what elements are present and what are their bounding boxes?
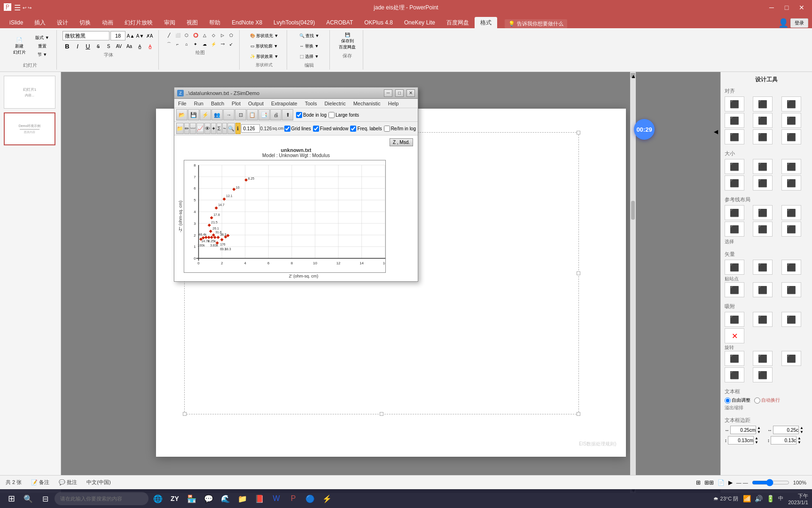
tab-onekey[interactable]: OneKey Lite (398, 17, 441, 28)
taskbar-app-pdf[interactable]: 📕 (252, 491, 267, 506)
fixed-window-checkbox[interactable] (313, 126, 319, 132)
freq-labels-checkbox[interactable] (350, 126, 356, 132)
tab-animations[interactable]: 动画 (96, 17, 119, 28)
handle-br[interactable] (577, 412, 580, 416)
margin-right-input[interactable] (773, 426, 799, 434)
refline-icon-2[interactable]: ⬛ (753, 205, 773, 220)
tab-acrobat[interactable]: ACROBAT (320, 17, 359, 28)
shape-btn-14[interactable]: ⚡ (209, 40, 218, 48)
align-center-v-icon[interactable]: ⬛ (753, 113, 773, 128)
rotate-icon-3[interactable]: ⬛ (781, 351, 801, 366)
taskbar-app-word[interactable]: W (269, 491, 284, 506)
zsim-menu-batch[interactable]: Batch (207, 100, 228, 107)
shape-btn-11[interactable]: ⌂ (182, 40, 191, 48)
auto-adjust-radio[interactable] (725, 397, 731, 404)
highlight-button[interactable]: A̲ (135, 41, 144, 51)
slide-thumbnail-1[interactable]: 幻灯片1 内容... (4, 76, 55, 109)
zsim-sigma-btn[interactable]: Σ (217, 123, 222, 134)
reading-view-button[interactable]: 📄 (718, 479, 725, 486)
zoom-slider[interactable] (752, 479, 789, 486)
tab-okplus[interactable]: OKPlus 4.8 (359, 17, 398, 28)
zsim-fit-btn[interactable]: ⚡ (200, 109, 211, 120)
shape-outline-button[interactable]: ▭ 形状轮廓 ▼ (245, 41, 283, 51)
tab-transitions[interactable]: 切换 (74, 17, 96, 28)
start-button[interactable]: ⊞ (4, 491, 19, 506)
taskbar-app-explorer[interactable]: 🌐 (150, 491, 165, 506)
zsim-copy-btn[interactable]: 📑 (258, 109, 270, 120)
section-button[interactable]: 节 ▼ (32, 50, 53, 59)
slideshow-button[interactable]: ▶ (728, 479, 733, 486)
zsim-bode-btn[interactable]: 📈 (196, 123, 204, 134)
shape-btn-7[interactable]: ▷ (218, 31, 226, 40)
shape-btn-12[interactable]: ✦ (191, 40, 200, 48)
shape-btn-15[interactable]: 🡒 (218, 40, 226, 48)
clear-format-button[interactable]: ✗A (145, 32, 154, 40)
taskview-button[interactable]: ⊟ (38, 491, 53, 506)
shape-btn-13[interactable]: ☁ (200, 40, 209, 48)
zsim-star-btn[interactable]: ✦ (211, 123, 216, 134)
zsim-info-btn[interactable]: ℹ (235, 123, 241, 134)
font-size-input[interactable] (110, 31, 125, 40)
login-button[interactable]: 登录 (790, 18, 808, 28)
bode-in-log-checkbox[interactable] (296, 112, 302, 118)
taskbar-clock[interactable]: 下午 2023/1/1 (788, 492, 808, 505)
tab-islide[interactable]: iSlide (4, 17, 29, 28)
tab-view[interactable]: 视图 (181, 17, 203, 28)
select-icon-3[interactable]: ⬛ (781, 222, 801, 237)
rotate-icon-1[interactable]: ⬛ (725, 351, 744, 366)
size-icon-4[interactable]: ⬛ (725, 175, 744, 190)
margin-top-input[interactable] (728, 436, 754, 444)
margin-top-spinner[interactable]: ▲▼ (755, 436, 758, 444)
pastesite-icon-1[interactable]: ⬛ (725, 282, 744, 297)
zsim-maximize-button[interactable]: □ (395, 89, 404, 97)
absorb-icon-2[interactable]: ⬛ (753, 312, 773, 327)
taskbar-app-zsim[interactable]: ⚡ (320, 491, 335, 506)
network-icon[interactable]: 📶 (742, 495, 752, 502)
notes-icon[interactable]: 📝 备注 (31, 479, 49, 486)
tab-review[interactable]: 审阅 (158, 17, 181, 28)
align-bottom-icon[interactable]: ⬛ (781, 113, 801, 128)
vector-icon-3[interactable]: ⬛ (781, 260, 801, 275)
tab-format[interactable]: 格式 (475, 17, 497, 28)
zsim-menu-dielectric[interactable]: Dielectric (320, 100, 349, 107)
vertical-scrollbar[interactable]: ▲ ▼ (630, 72, 636, 493)
zsim-arrow-btn[interactable]: → (223, 109, 234, 120)
size-icon-1[interactable]: ⬛ (725, 159, 744, 174)
absorb-icon-3[interactable]: ⬛ (781, 312, 801, 327)
zsim-batch-btn[interactable]: 👥 (211, 109, 223, 120)
distribute-v-icon[interactable]: ⬛ (753, 129, 773, 144)
zsim-save-btn[interactable]: 💾 (188, 109, 199, 120)
select-icon-1[interactable]: ⬛ (725, 222, 744, 237)
close-button[interactable]: ✕ (795, 3, 808, 12)
reset-button[interactable]: 重置 (32, 42, 53, 50)
taskbar-app-edge[interactable]: 🌊 (218, 491, 233, 506)
auto-expand-radio[interactable] (754, 397, 760, 404)
zsim-menu-extrapolate[interactable]: Extrapolate (267, 100, 301, 107)
shape-btn-9[interactable]: ⌒ (164, 40, 173, 48)
tab-design[interactable]: 设计 (51, 17, 74, 28)
margin-right-spinner[interactable]: ▲▼ (800, 426, 804, 434)
handle-mr[interactable] (577, 271, 580, 275)
italic-button[interactable]: I (73, 41, 82, 51)
zsim-open-btn[interactable]: 📂 (176, 109, 187, 120)
strikethrough-button[interactable]: S̶ (94, 41, 103, 51)
taskbar-app-mail[interactable]: 💬 (201, 491, 216, 506)
zsim-menu-tools[interactable]: Tools (301, 100, 321, 107)
zsim-menu-mechanistic[interactable]: Mechanistic (350, 100, 384, 107)
shape-btn-3[interactable]: ⬡ (182, 31, 191, 40)
zsim-equiv-btn[interactable]: ⊡ (235, 109, 246, 120)
reim-in-log-checkbox[interactable] (384, 126, 390, 132)
select-icon-2[interactable]: ⬛ (753, 222, 773, 237)
zsim-export-btn[interactable]: ⬆ (282, 109, 293, 120)
input-icon[interactable]: 中 (777, 495, 784, 502)
taskbar-app-ppt[interactable]: P (286, 491, 301, 506)
taskbar-app-folder[interactable]: 📁 (235, 491, 250, 506)
tab-lvyhtools[interactable]: LvyhTools(0429) (268, 17, 320, 28)
scroll-up-btn[interactable]: ▲ (631, 73, 635, 78)
margin-bottom-spinner[interactable]: ▲▼ (797, 436, 801, 444)
tab-endnote[interactable]: EndNote X8 (226, 17, 268, 28)
align-left-icon[interactable]: ⬛ (725, 96, 744, 111)
tell-me-box[interactable]: 💡 告诉我你想要做什么 (505, 19, 567, 28)
select-button[interactable]: ⬚ 选择 ▼ (293, 52, 326, 61)
taskbar-app-baidu[interactable]: 🔵 (303, 491, 318, 506)
